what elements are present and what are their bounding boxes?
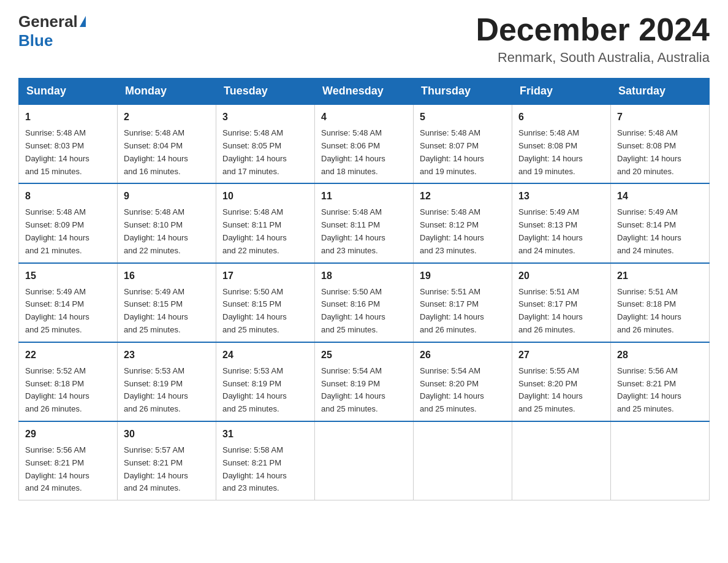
day-info: Sunrise: 5:54 AMSunset: 8:19 PMDaylight:… xyxy=(321,365,407,416)
day-info: Sunrise: 5:53 AMSunset: 8:19 PMDaylight:… xyxy=(222,365,308,416)
day-number: 21 xyxy=(617,269,703,283)
day-number: 19 xyxy=(420,269,506,283)
calendar-cell: 26Sunrise: 5:54 AMSunset: 8:20 PMDayligh… xyxy=(414,342,512,421)
day-info: Sunrise: 5:51 AMSunset: 8:18 PMDaylight:… xyxy=(617,286,703,337)
day-info: Sunrise: 5:56 AMSunset: 8:21 PMDaylight:… xyxy=(617,365,703,416)
day-number: 1 xyxy=(25,110,111,124)
day-info: Sunrise: 5:52 AMSunset: 8:18 PMDaylight:… xyxy=(25,365,111,416)
day-info: Sunrise: 5:48 AMSunset: 8:10 PMDaylight:… xyxy=(124,206,210,257)
day-number: 15 xyxy=(25,269,111,283)
calendar-cell: 19Sunrise: 5:51 AMSunset: 8:17 PMDayligh… xyxy=(414,263,512,342)
day-info: Sunrise: 5:49 AMSunset: 8:13 PMDaylight:… xyxy=(518,206,604,257)
calendar-cell: 10Sunrise: 5:48 AMSunset: 8:11 PMDayligh… xyxy=(216,183,315,262)
calendar-cell: 29Sunrise: 5:56 AMSunset: 8:21 PMDayligh… xyxy=(19,421,118,500)
calendar-cell xyxy=(315,421,414,500)
day-number: 28 xyxy=(617,348,703,362)
calendar-cell: 14Sunrise: 5:49 AMSunset: 8:14 PMDayligh… xyxy=(611,183,710,262)
calendar-cell xyxy=(414,421,512,500)
calendar-week-row-5: 29Sunrise: 5:56 AMSunset: 8:21 PMDayligh… xyxy=(19,421,710,500)
day-number: 25 xyxy=(321,348,407,362)
calendar-cell: 30Sunrise: 5:57 AMSunset: 8:21 PMDayligh… xyxy=(118,421,216,500)
day-number: 5 xyxy=(420,110,506,124)
day-number: 13 xyxy=(518,189,604,204)
calendar-day-header-saturday: Saturday xyxy=(611,79,710,105)
page-header: General Blue December 2024 Renmark, Sout… xyxy=(18,12,710,66)
day-number: 10 xyxy=(222,189,308,204)
calendar-cell xyxy=(512,421,611,500)
day-info: Sunrise: 5:51 AMSunset: 8:17 PMDaylight:… xyxy=(420,286,506,337)
logo: General Blue xyxy=(18,12,86,50)
calendar-day-header-friday: Friday xyxy=(512,79,611,105)
day-number: 8 xyxy=(25,189,111,204)
calendar-cell: 17Sunrise: 5:50 AMSunset: 8:15 PMDayligh… xyxy=(216,263,315,342)
day-info: Sunrise: 5:48 AMSunset: 8:07 PMDaylight:… xyxy=(420,127,506,178)
calendar-cell: 3Sunrise: 5:48 AMSunset: 8:05 PMDaylight… xyxy=(216,104,315,183)
calendar-day-header-thursday: Thursday xyxy=(414,79,512,105)
day-info: Sunrise: 5:48 AMSunset: 8:09 PMDaylight:… xyxy=(25,206,111,257)
calendar-cell xyxy=(611,421,710,500)
day-info: Sunrise: 5:48 AMSunset: 8:11 PMDaylight:… xyxy=(321,206,407,257)
day-info: Sunrise: 5:49 AMSunset: 8:14 PMDaylight:… xyxy=(617,206,703,257)
day-number: 14 xyxy=(617,189,703,204)
calendar-cell: 18Sunrise: 5:50 AMSunset: 8:16 PMDayligh… xyxy=(315,263,414,342)
calendar-cell: 8Sunrise: 5:48 AMSunset: 8:09 PMDaylight… xyxy=(19,183,118,262)
day-info: Sunrise: 5:54 AMSunset: 8:20 PMDaylight:… xyxy=(420,365,506,416)
title-area: December 2024 Renmark, South Australia, … xyxy=(476,12,710,66)
day-info: Sunrise: 5:49 AMSunset: 8:15 PMDaylight:… xyxy=(124,286,210,337)
day-info: Sunrise: 5:57 AMSunset: 8:21 PMDaylight:… xyxy=(124,444,210,495)
day-info: Sunrise: 5:49 AMSunset: 8:14 PMDaylight:… xyxy=(25,286,111,337)
day-number: 31 xyxy=(222,427,308,442)
day-number: 18 xyxy=(321,269,407,283)
calendar-cell: 12Sunrise: 5:48 AMSunset: 8:12 PMDayligh… xyxy=(414,183,512,262)
day-number: 12 xyxy=(420,189,506,204)
day-info: Sunrise: 5:48 AMSunset: 8:12 PMDaylight:… xyxy=(420,206,506,257)
day-number: 2 xyxy=(124,110,210,124)
calendar-cell: 13Sunrise: 5:49 AMSunset: 8:13 PMDayligh… xyxy=(512,183,611,262)
day-number: 20 xyxy=(518,269,604,283)
calendar-week-row-2: 8Sunrise: 5:48 AMSunset: 8:09 PMDaylight… xyxy=(19,183,710,262)
day-info: Sunrise: 5:58 AMSunset: 8:21 PMDaylight:… xyxy=(222,444,308,495)
logo-general-text: General xyxy=(18,12,78,31)
day-number: 30 xyxy=(124,427,210,442)
calendar-week-row-4: 22Sunrise: 5:52 AMSunset: 8:18 PMDayligh… xyxy=(19,342,710,421)
day-number: 4 xyxy=(321,110,407,124)
calendar-cell: 20Sunrise: 5:51 AMSunset: 8:17 PMDayligh… xyxy=(512,263,611,342)
calendar-week-row-3: 15Sunrise: 5:49 AMSunset: 8:14 PMDayligh… xyxy=(19,263,710,342)
calendar-day-header-wednesday: Wednesday xyxy=(315,79,414,105)
day-number: 11 xyxy=(321,189,407,204)
calendar-cell: 25Sunrise: 5:54 AMSunset: 8:19 PMDayligh… xyxy=(315,342,414,421)
day-number: 3 xyxy=(222,110,308,124)
calendar-table: SundayMondayTuesdayWednesdayThursdayFrid… xyxy=(18,78,710,500)
calendar-cell: 22Sunrise: 5:52 AMSunset: 8:18 PMDayligh… xyxy=(19,342,118,421)
day-info: Sunrise: 5:48 AMSunset: 8:04 PMDaylight:… xyxy=(124,127,210,178)
month-title: December 2024 xyxy=(476,12,710,47)
calendar-cell: 2Sunrise: 5:48 AMSunset: 8:04 PMDaylight… xyxy=(118,104,216,183)
day-info: Sunrise: 5:50 AMSunset: 8:15 PMDaylight:… xyxy=(222,286,308,337)
day-number: 22 xyxy=(25,348,111,362)
location-text: Renmark, South Australia, Australia xyxy=(476,50,710,66)
day-info: Sunrise: 5:48 AMSunset: 8:05 PMDaylight:… xyxy=(222,127,308,178)
day-number: 29 xyxy=(25,427,111,442)
day-info: Sunrise: 5:48 AMSunset: 8:08 PMDaylight:… xyxy=(518,127,604,178)
calendar-cell: 11Sunrise: 5:48 AMSunset: 8:11 PMDayligh… xyxy=(315,183,414,262)
day-info: Sunrise: 5:48 AMSunset: 8:11 PMDaylight:… xyxy=(222,206,308,257)
calendar-cell: 31Sunrise: 5:58 AMSunset: 8:21 PMDayligh… xyxy=(216,421,315,500)
day-number: 6 xyxy=(518,110,604,124)
calendar-cell: 28Sunrise: 5:56 AMSunset: 8:21 PMDayligh… xyxy=(611,342,710,421)
calendar-cell: 9Sunrise: 5:48 AMSunset: 8:10 PMDaylight… xyxy=(118,183,216,262)
calendar-week-row-1: 1Sunrise: 5:48 AMSunset: 8:03 PMDaylight… xyxy=(19,104,710,183)
calendar-cell: 7Sunrise: 5:48 AMSunset: 8:08 PMDaylight… xyxy=(611,104,710,183)
day-info: Sunrise: 5:48 AMSunset: 8:06 PMDaylight:… xyxy=(321,127,407,178)
day-number: 7 xyxy=(617,110,703,124)
logo-blue-text: Blue xyxy=(18,31,53,50)
day-info: Sunrise: 5:50 AMSunset: 8:16 PMDaylight:… xyxy=(321,286,407,337)
day-number: 24 xyxy=(222,348,308,362)
day-info: Sunrise: 5:48 AMSunset: 8:03 PMDaylight:… xyxy=(25,127,111,178)
day-number: 26 xyxy=(420,348,506,362)
calendar-day-header-tuesday: Tuesday xyxy=(216,79,315,105)
calendar-cell: 15Sunrise: 5:49 AMSunset: 8:14 PMDayligh… xyxy=(19,263,118,342)
day-info: Sunrise: 5:55 AMSunset: 8:20 PMDaylight:… xyxy=(518,365,604,416)
calendar-header-row: SundayMondayTuesdayWednesdayThursdayFrid… xyxy=(19,79,710,105)
day-number: 17 xyxy=(222,269,308,283)
calendar-cell: 27Sunrise: 5:55 AMSunset: 8:20 PMDayligh… xyxy=(512,342,611,421)
